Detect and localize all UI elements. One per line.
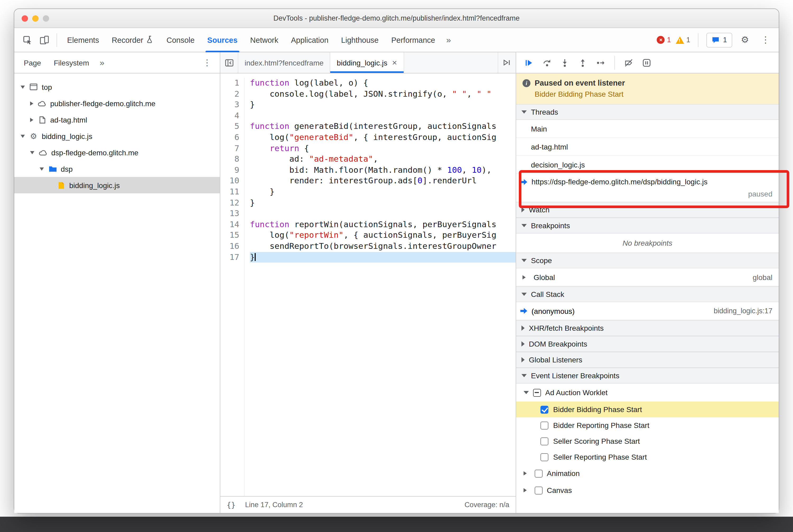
- minimize-window-button[interactable]: [32, 15, 39, 21]
- chevron-down-icon[interactable]: [40, 167, 44, 170]
- resume-script-icon[interactable]: [522, 55, 536, 70]
- code-line[interactable]: function generateBid(interestGroup, auct…: [250, 121, 516, 132]
- step-icon[interactable]: [593, 55, 608, 70]
- elb-group-animation[interactable]: Animation: [516, 465, 779, 482]
- call-stack-frame[interactable]: (anonymous) bidding_logic.js:17: [516, 302, 779, 320]
- tab-page[interactable]: Page: [17, 52, 47, 73]
- section-dom-breakpoints[interactable]: DOM Breakpoints: [516, 336, 779, 352]
- tree-item-dsp-origin[interactable]: dsp-fledge-demo.glitch.me: [14, 144, 220, 160]
- code-line[interactable]: console.log(label, JSON.stringify(o, " "…: [250, 89, 516, 99]
- chevron-right-icon[interactable]: [30, 117, 33, 122]
- tab-elements[interactable]: Elements: [61, 28, 105, 52]
- unchecked-checkbox[interactable]: [541, 453, 548, 461]
- thread-ad-tag[interactable]: ad-tag.html: [516, 138, 779, 156]
- elb-bidder-reporting-phase-start[interactable]: Bidder Reporting Phase Start: [516, 417, 779, 433]
- code-line[interactable]: render: interestGroup.ads[0].renderUrl: [250, 176, 516, 187]
- section-call-stack[interactable]: Call Stack: [516, 286, 779, 302]
- tab-sources[interactable]: Sources: [202, 28, 243, 52]
- scope-global-row[interactable]: Global global: [516, 268, 779, 286]
- tree-item-bidding-logic-worklet[interactable]: ⚙ bidding_logic.js: [14, 128, 220, 144]
- code-line[interactable]: function log(label, o) {: [250, 78, 516, 89]
- line-number[interactable]: 15: [220, 230, 239, 241]
- indeterminate-checkbox[interactable]: [533, 388, 541, 397]
- chevron-right-icon[interactable]: [30, 101, 33, 106]
- tree-item-dsp-folder[interactable]: dsp: [14, 160, 220, 177]
- close-window-button[interactable]: [22, 15, 28, 21]
- inspect-element-icon[interactable]: [20, 32, 35, 48]
- elb-group-canvas[interactable]: Canvas: [516, 482, 779, 499]
- step-into-icon[interactable]: [558, 55, 572, 70]
- format-code-icon[interactable]: {}: [227, 500, 235, 509]
- line-number[interactable]: 6: [220, 132, 239, 143]
- line-number[interactable]: 5: [220, 121, 239, 132]
- unchecked-checkbox[interactable]: [541, 437, 548, 445]
- step-over-icon[interactable]: [540, 55, 554, 70]
- line-number[interactable]: 10: [220, 176, 239, 187]
- more-tabs-chevron-icon[interactable]: »: [442, 35, 455, 45]
- tab-network[interactable]: Network: [244, 28, 284, 52]
- deactivate-breakpoints-icon[interactable]: [621, 55, 636, 70]
- kebab-menu-icon[interactable]: ⋮: [758, 32, 773, 48]
- editor-overflow-icon[interactable]: [498, 52, 516, 73]
- line-number[interactable]: 11: [220, 187, 239, 197]
- code-line[interactable]: [250, 208, 516, 219]
- line-number[interactable]: 16: [220, 241, 239, 252]
- pause-on-exceptions-icon[interactable]: [639, 55, 654, 70]
- code-line[interactable]: }: [250, 197, 516, 208]
- chevron-right-icon[interactable]: [523, 275, 526, 279]
- chevron-down-icon[interactable]: [21, 85, 25, 89]
- step-out-icon[interactable]: [575, 55, 590, 70]
- line-number[interactable]: 2: [220, 89, 239, 99]
- tab-application[interactable]: Application: [285, 28, 334, 52]
- tab-performance[interactable]: Performance: [385, 28, 441, 52]
- section-global-listeners[interactable]: Global Listeners: [516, 352, 779, 368]
- code-line[interactable]: return {: [250, 143, 516, 154]
- thread-decision-logic[interactable]: decision_logic.js: [516, 156, 779, 174]
- line-number[interactable]: 13: [220, 208, 239, 219]
- unchecked-checkbox[interactable]: [535, 469, 543, 477]
- navigator-kebab-icon[interactable]: ⋮: [197, 58, 216, 68]
- code-line[interactable]: sendReportTo(browserSignals.interestGrou…: [250, 241, 516, 252]
- unchecked-checkbox[interactable]: [541, 421, 548, 429]
- section-breakpoints[interactable]: Breakpoints: [516, 218, 779, 233]
- code-line[interactable]: }: [250, 187, 516, 197]
- close-tab-icon[interactable]: ×: [392, 58, 397, 68]
- line-number[interactable]: 8: [220, 154, 239, 165]
- line-number[interactable]: 12: [220, 197, 239, 208]
- line-number[interactable]: 4: [220, 110, 239, 121]
- chevron-down-icon[interactable]: [524, 391, 529, 394]
- code-line[interactable]: [250, 110, 516, 121]
- section-scope[interactable]: Scope: [516, 252, 779, 268]
- line-number[interactable]: 3: [220, 99, 239, 110]
- issues-button[interactable]: 1: [706, 33, 732, 47]
- line-number[interactable]: 7: [220, 143, 239, 154]
- tab-lighthouse[interactable]: Lighthouse: [335, 28, 384, 52]
- line-number[interactable]: 17: [220, 252, 239, 263]
- editor-tab-index-html[interactable]: index.html?fencedframe: [238, 52, 331, 73]
- tab-console[interactable]: Console: [161, 28, 200, 52]
- thread-bidding-logic-paused[interactable]: https://dsp-fledge-demo.glitch.me/dsp/bi…: [516, 174, 779, 202]
- chevron-down-icon[interactable]: [21, 134, 25, 138]
- chevron-right-icon[interactable]: [524, 488, 527, 492]
- section-xhr-breakpoints[interactable]: XHR/fetch Breakpoints: [516, 320, 779, 336]
- line-number[interactable]: 14: [220, 219, 239, 230]
- error-badge[interactable]: × 1: [657, 36, 671, 44]
- chevron-down-icon[interactable]: [30, 151, 34, 154]
- more-navigator-tabs-icon[interactable]: »: [95, 58, 109, 68]
- tree-item-top[interactable]: top: [14, 79, 220, 95]
- chevron-right-icon[interactable]: [524, 471, 527, 475]
- code-line[interactable]: bid: Math.floor(Math.random() * 100, 10)…: [250, 165, 516, 176]
- zoom-window-button[interactable]: [43, 15, 49, 21]
- elb-seller-reporting-phase-start[interactable]: Seller Reporting Phase Start: [516, 449, 779, 465]
- elb-bidder-bidding-phase-start[interactable]: Bidder Bidding Phase Start: [516, 401, 779, 417]
- tab-recorder[interactable]: Recorder: [106, 28, 159, 52]
- section-watch[interactable]: Watch: [516, 202, 779, 218]
- thread-main[interactable]: Main: [516, 120, 779, 138]
- device-toolbar-icon[interactable]: [36, 32, 52, 48]
- checked-checkbox[interactable]: [541, 405, 548, 413]
- tab-filesystem[interactable]: Filesystem: [47, 52, 95, 73]
- code-line[interactable]: ad: "ad-metadata",: [250, 154, 516, 165]
- tree-item-publisher-origin[interactable]: publisher-fledge-demo.glitch.me: [14, 95, 220, 112]
- code-line[interactable]: log("reportWin", { auctionSignals, perBu…: [250, 230, 516, 241]
- code-line[interactable]: log("generateBid", { interestGroup, auct…: [250, 132, 516, 143]
